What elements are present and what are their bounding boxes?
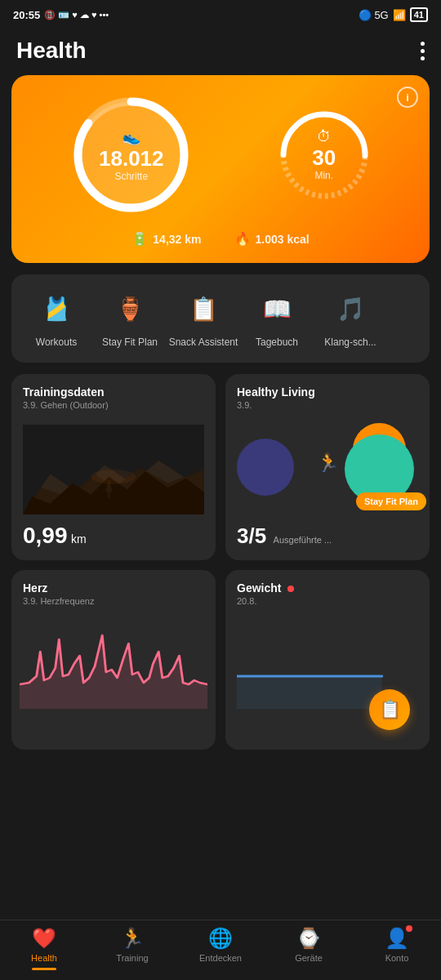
action-sound-label: Klang-sch... — [324, 336, 376, 350]
nav-account[interactable]: 👤 Konto — [364, 927, 430, 970]
mountain-scene — [23, 416, 204, 523]
action-diary-label: Tagebuch — [256, 336, 298, 350]
app-header: Health — [0, 29, 441, 75]
steps-value: 18.012 — [99, 148, 164, 169]
devices-nav-icon: ⌚ — [296, 927, 321, 950]
status-time: 20:55 📵 🪪 ♥ ☁ ♥ ••• — [13, 9, 109, 21]
training-nav-label: Training — [116, 953, 148, 963]
heart-title: Herz — [23, 581, 204, 595]
minutes-icon: ⏱ — [317, 128, 332, 145]
training-subtitle: 3.9. Gehen (Outdoor) — [23, 400, 204, 410]
bubble-dark — [237, 439, 294, 496]
training-title: Trainingsdaten — [23, 385, 204, 399]
distance-value: 14,32 km — [153, 233, 201, 246]
quick-actions: 🎽 Workouts 🏺 Stay Fit Plan 📋 Snack Assis… — [11, 274, 430, 363]
account-nav-label: Konto — [385, 953, 409, 963]
healthy-value-area: 3/5 Ausgeführte ... — [237, 523, 418, 549]
healthy-value: 3/5 — [237, 523, 266, 548]
battery-indicator: 41 — [410, 7, 428, 22]
steps-icon: 👟 — [122, 128, 140, 146]
weight-add-button[interactable]: 📋 — [369, 689, 410, 730]
steps-circle: 👟 18.012 Schritte — [68, 91, 194, 218]
action-stay-fit[interactable]: 🏺 Stay Fit Plan — [93, 287, 167, 350]
training-card[interactable]: Trainingsdaten 3.9. Gehen (Outdoor) 0,99 — [11, 374, 216, 560]
action-snack-label: Snack Assistent — [169, 336, 238, 350]
weight-chart: 📋 — [237, 619, 418, 738]
status-icons: 🔵 5G 📶 41 — [359, 7, 428, 22]
discover-nav-label: Entdecken — [199, 953, 242, 963]
health-nav-icon: ❤️ — [32, 927, 56, 950]
account-nav-icon: 👤 — [385, 927, 409, 949]
nav-active-indicator — [32, 968, 56, 970]
bottom-nav: ❤️ Health 🏃 Training 🌐 Entdecken ⌚ Gerät… — [0, 920, 441, 980]
training-unit: km — [71, 532, 87, 546]
weight-alert-dot — [287, 586, 294, 592]
steps-label: Schritte — [114, 171, 148, 182]
devices-nav-label: Geräte — [295, 953, 323, 963]
heart-card[interactable]: Herz 3.9. Herzfrequenz — [11, 570, 216, 750]
runner-icon: 🏃 — [317, 452, 339, 474]
more-menu-button[interactable] — [421, 42, 425, 60]
action-snack[interactable]: 📋 Snack Assistent — [167, 287, 240, 350]
training-value-area: 0,99 km — [23, 523, 204, 549]
calories-value: 1.003 kcal — [256, 233, 310, 246]
stats-card: i 👟 18.012 Schritte ⏱ 30 Mi — [11, 75, 430, 263]
healthy-living-card[interactable]: Healthy Living 3.9. 🏃 Stay Fit Plan ✕ 3/… — [225, 374, 430, 560]
calories-stat: 🔥 1.003 kcal — [234, 231, 310, 247]
training-value: 0,99 — [23, 523, 68, 548]
distance-stat: 🔋 14,32 km — [131, 231, 201, 247]
weight-title: Gewicht — [237, 581, 418, 595]
weight-subtitle: 20.8. — [237, 596, 418, 606]
bubbles-area: 🏃 Stay Fit Plan — [237, 423, 418, 504]
cards-grid: Trainingsdaten 3.9. Gehen (Outdoor) 0,99 — [11, 374, 430, 750]
status-bar: 20:55 📵 🪪 ♥ ☁ ♥ ••• 🔵 5G 📶 41 — [0, 0, 441, 29]
minutes-circle: ⏱ 30 Min. — [275, 106, 373, 204]
stats-bottom: 🔋 14,32 km 🔥 1.003 kcal — [28, 231, 413, 247]
nav-health[interactable]: ❤️ Health — [11, 927, 77, 970]
nav-training[interactable]: 🏃 Training — [100, 927, 165, 970]
health-nav-label: Health — [31, 953, 57, 963]
training-nav-icon: 🏃 — [120, 927, 145, 950]
heart-subtitle: 3.9. Herzfrequenz — [23, 596, 204, 606]
stay-fit-badge[interactable]: Stay Fit Plan — [356, 492, 426, 510]
svg-point-11 — [91, 470, 136, 484]
svg-rect-15 — [237, 676, 382, 709]
discover-nav-icon: 🌐 — [208, 927, 233, 950]
calories-icon: 🔥 — [234, 231, 251, 247]
healthy-description: Ausgeführte ... — [274, 535, 332, 545]
heart-chart — [20, 619, 207, 732]
minutes-label: Min. — [314, 170, 333, 181]
info-button[interactable]: i — [397, 87, 418, 108]
healthy-subtitle: 3.9. — [237, 400, 418, 410]
minutes-value: 30 — [312, 147, 336, 168]
nav-devices[interactable]: ⌚ Geräte — [276, 927, 341, 970]
page-title: Health — [16, 38, 87, 64]
healthy-title: Healthy Living — [237, 385, 418, 399]
action-workouts[interactable]: 🎽 Workouts — [20, 287, 93, 350]
weight-card[interactable]: Gewicht 20.8. 📋 — [225, 570, 430, 750]
action-sound[interactable]: 🎵 Klang-sch... — [314, 287, 387, 350]
action-diary[interactable]: 📖 Tagebuch — [240, 287, 314, 350]
stats-top: 👟 18.012 Schritte ⏱ 30 Min. — [28, 91, 413, 218]
action-stay-fit-label: Stay Fit Plan — [102, 336, 158, 350]
action-workouts-label: Workouts — [36, 336, 77, 350]
nav-discover[interactable]: 🌐 Entdecken — [188, 927, 253, 970]
account-notification-dot — [406, 925, 412, 932]
distance-icon: 🔋 — [131, 231, 148, 247]
